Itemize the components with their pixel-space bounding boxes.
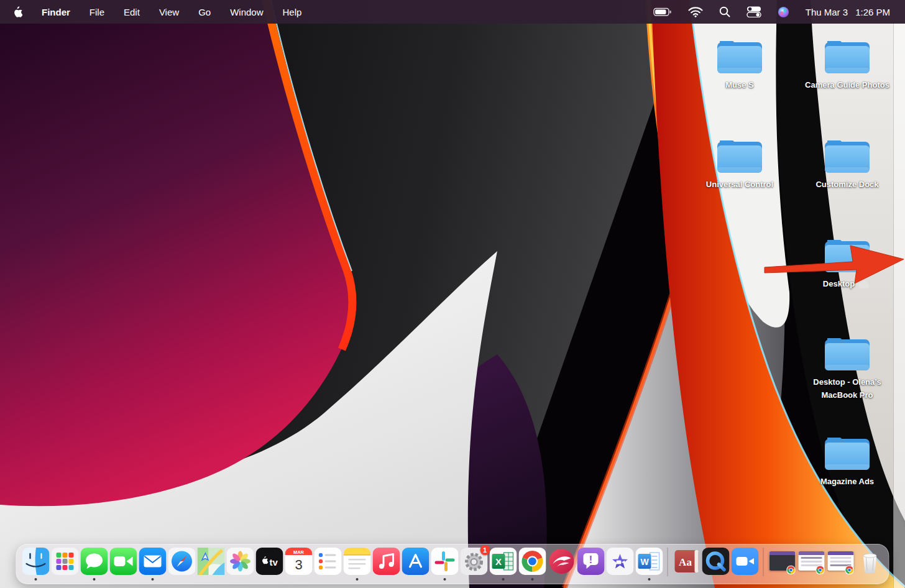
dock-item-facetime[interactable] [109,548,137,575]
apple-menu-icon[interactable] [13,6,22,17]
folder-icon [821,37,873,77]
dock-item-notes[interactable] [343,548,370,575]
chrome-badge-icon [786,565,796,575]
svg-text:MAR: MAR [293,549,304,555]
dock-divider [763,548,764,576]
desktop-folder-universal-control[interactable]: Universal Control [693,137,786,191]
dock-item-trash[interactable] [856,548,883,575]
wifi-icon[interactable] [688,6,703,17]
notification-badge: 1 [480,545,490,555]
dock-minimized-window-1[interactable] [768,548,796,575]
menu-clock[interactable]: Thu Mar 3 1:26 PM [806,7,890,17]
folder-label: Camera Guide Photos [801,79,894,92]
running-indicator [93,578,95,581]
spotlight-search-icon[interactable] [719,6,730,17]
desktop-folder-muse-s[interactable]: Muse S [693,37,786,92]
svg-text:!: ! [589,554,592,565]
running-indicator [356,578,358,581]
running-indicator [531,578,533,581]
dock-item-dictionary[interactable]: Aa [673,548,700,575]
chrome-badge-icon [844,565,854,575]
desktop-folder-desktop-olenas-macbook-pro[interactable]: Desktop - Olena’s MacBook Pro [801,334,894,402]
dock-item-system-preferences[interactable]: 1 [460,548,487,575]
folder-label: Universal Control [693,178,786,191]
folder-label: Desktop - Olena’s MacBook Pro [801,376,894,402]
folder-icon [714,37,766,77]
dock-divider [668,548,668,576]
folder-label: Magazine Ads [801,475,894,489]
menu-edit[interactable]: Edit [124,7,140,17]
running-indicator [648,578,650,581]
menu-view[interactable]: View [159,7,179,17]
dock-item-snagit[interactable] [548,548,575,575]
folder-label: Desktop [823,278,855,291]
running-indicator [34,578,37,581]
clock-date: Thu Mar 3 [806,7,848,17]
siri-icon[interactable] [778,6,789,18]
running-indicator [443,578,446,581]
dock-item-slack[interactable] [431,548,458,575]
folder-icon [821,334,873,374]
svg-text:X: X [495,556,501,567]
menu-window[interactable]: Window [230,7,263,17]
menu-app-name[interactable]: Finder [42,7,70,17]
folder-icon [821,236,873,276]
desktop-folder-customize-dock[interactable]: Customize Dock [801,137,894,191]
folder-label: Customize Dock [801,178,894,191]
dock-item-launchpad[interactable] [51,548,78,575]
folder-label: Muse S [693,79,786,92]
dock: tv MAR 3 [16,544,889,584]
macos-desktop: Finder File Edit View Go Window Help [0,0,905,588]
dock-item-feedback-assistant[interactable]: ! [577,548,604,575]
dock-minimized-window-3[interactable] [827,548,854,575]
dock-item-photos[interactable] [226,548,254,575]
dock-item-imovie[interactable] [606,548,633,575]
dock-item-safari[interactable] [168,548,195,575]
dock-item-maps[interactable] [197,548,224,575]
folder-icon [821,434,873,474]
battery-icon[interactable] [653,6,672,17]
running-indicator [502,578,504,581]
control-center-icon[interactable] [747,6,761,17]
dock-item-finder[interactable] [22,548,49,575]
svg-text:3: 3 [295,557,302,572]
menu-go[interactable]: Go [198,7,211,17]
dock-item-mail[interactable] [139,548,166,575]
desktop-folder-magazine-ads[interactable]: Magazine Ads [801,434,894,489]
svg-text:W: W [640,557,649,567]
running-indicator [151,578,154,581]
svg-text:tv: tv [269,557,278,567]
desktop-folder-desktop[interactable]: Desktop [801,236,894,291]
dock-item-messages[interactable] [80,548,108,575]
menu-file[interactable]: File [90,7,104,17]
dock-item-chrome[interactable] [518,548,546,575]
folder-icon [821,137,873,177]
dock-item-apple-tv[interactable]: tv [255,548,283,575]
dock-item-quicktime[interactable] [702,548,729,575]
dock-minimized-window-2[interactable] [797,548,825,575]
dock-item-reminders[interactable] [314,548,341,575]
menu-help[interactable]: Help [283,7,302,17]
menu-bar: Finder File Edit View Go Window Help [0,0,905,24]
dock-item-excel[interactable]: X [489,548,517,575]
dock-item-music[interactable] [372,548,400,575]
dock-item-zoom[interactable] [731,548,758,575]
folder-icon [714,137,766,177]
dock-item-word[interactable]: W [635,548,663,575]
icloud-download-icon [858,280,871,289]
chrome-badge-icon [815,565,825,575]
svg-text:Aa: Aa [679,556,692,568]
screen-edge-panel [893,4,905,588]
dock-item-app-store[interactable] [402,548,429,575]
dock-item-calendar[interactable]: MAR 3 [285,548,312,575]
desktop-folder-camera-guide-photos[interactable]: Camera Guide Photos [801,37,894,92]
clock-time: 1:26 PM [855,7,890,17]
